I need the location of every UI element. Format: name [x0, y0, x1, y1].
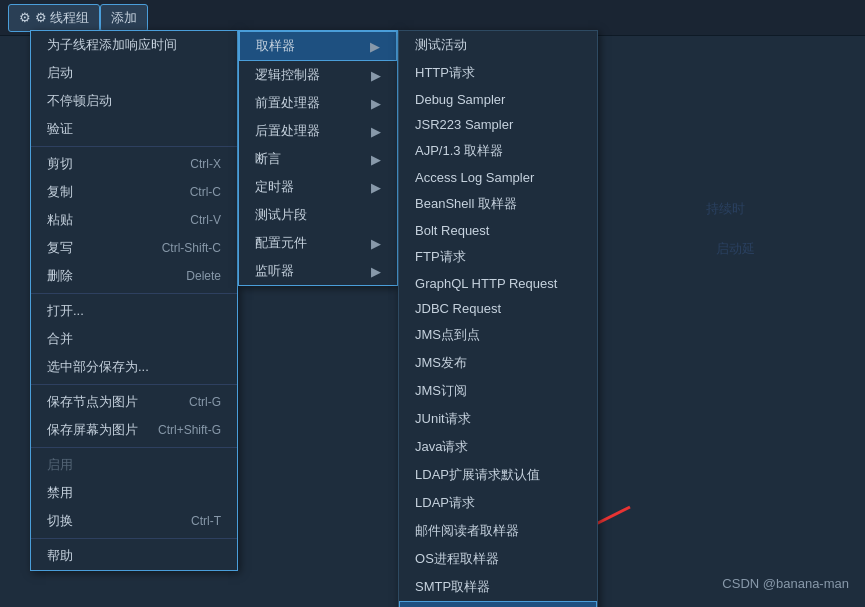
menus-row: 为子线程添加响应时间 启动 不停顿启动 验证 剪切 Ctrl-X 复制 Ctrl… — [30, 30, 598, 607]
toolbar-add[interactable]: 添加 — [100, 4, 148, 32]
menu-item-timer[interactable]: 定时器 ▶ — [239, 173, 397, 201]
separator-3 — [31, 384, 237, 385]
menu-item-test-fragment[interactable]: 测试片段 — [239, 201, 397, 229]
menu-item-disable[interactable]: 禁用 — [31, 479, 237, 507]
menu-item-graphql-request[interactable]: GraphQL HTTP Request — [399, 271, 597, 296]
menu-item-ftp-request[interactable]: FTP请求 — [399, 243, 597, 271]
separator-1 — [31, 146, 237, 147]
menu-item-copy[interactable]: 复制 Ctrl-C — [31, 178, 237, 206]
menu-item-duplicate[interactable]: 复写 Ctrl-Shift-C — [31, 234, 237, 262]
menu-item-ldap-request[interactable]: LDAP请求 — [399, 489, 597, 517]
menu-item-smtp-sampler[interactable]: SMTP取样器 — [399, 573, 597, 601]
menu-item-cut[interactable]: 剪切 Ctrl-X — [31, 150, 237, 178]
menu-item-debug-sampler[interactable]: Debug Sampler — [399, 87, 597, 112]
menu-item-junit-request[interactable]: JUnit请求 — [399, 405, 597, 433]
menu-item-pre-processor[interactable]: 前置处理器 ▶ — [239, 89, 397, 117]
menu-level3-sampler: 测试活动 HTTP请求 Debug Sampler JSR223 Sampler… — [398, 30, 598, 607]
menu-item-assertion[interactable]: 断言 ▶ — [239, 145, 397, 173]
arrow-listener: ▶ — [371, 264, 381, 279]
menu-level2: 取样器 ▶ 逻辑控制器 ▶ 前置处理器 ▶ 后置处理器 ▶ 断言 ▶ 定时器 ▶… — [238, 30, 398, 286]
menu-item-beanshell-sampler[interactable]: BeanShell 取样器 — [399, 190, 597, 218]
menu-item-validate[interactable]: 验证 — [31, 115, 237, 143]
watermark: CSDN @banana-man — [722, 576, 849, 591]
menu-item-save-selected[interactable]: 选中部分保存为... — [31, 353, 237, 381]
menu-item-test-activity[interactable]: 测试活动 — [399, 31, 597, 59]
menu-item-listener[interactable]: 监听器 ▶ — [239, 257, 397, 285]
menu-item-tcp-sampler[interactable]: TCP取样器 — [399, 601, 597, 607]
menu-item-java-request[interactable]: Java请求 — [399, 433, 597, 461]
menu-item-toggle[interactable]: 切换 Ctrl-T — [31, 507, 237, 535]
arrow-timer: ▶ — [371, 180, 381, 195]
separator-5 — [31, 538, 237, 539]
menu-item-start[interactable]: 启动 — [31, 59, 237, 87]
menu-item-sampler[interactable]: 取样器 ▶ — [239, 31, 397, 61]
menu-item-save-screen-img[interactable]: 保存屏幕为图片 Ctrl+Shift-G — [31, 416, 237, 444]
menu-item-post-processor[interactable]: 后置处理器 ▶ — [239, 117, 397, 145]
menu-item-delete[interactable]: 删除 Delete — [31, 262, 237, 290]
menu-level1: 为子线程添加响应时间 启动 不停顿启动 验证 剪切 Ctrl-X 复制 Ctrl… — [30, 30, 238, 571]
menu-item-start-no-pause[interactable]: 不停顿启动 — [31, 87, 237, 115]
menu-item-ajp-sampler[interactable]: AJP/1.3 取样器 — [399, 137, 597, 165]
menu-item-logic-controller[interactable]: 逻辑控制器 ▶ — [239, 61, 397, 89]
menu-item-add-response-time[interactable]: 为子线程添加响应时间 — [31, 31, 237, 59]
menu-item-ldap-ext[interactable]: LDAP扩展请求默认值 — [399, 461, 597, 489]
menu-item-merge[interactable]: 合并 — [31, 325, 237, 353]
arrow-assertion: ▶ — [371, 152, 381, 167]
arrow-logic: ▶ — [371, 68, 381, 83]
menu-item-bolt-request[interactable]: Bolt Request — [399, 218, 597, 243]
menu-item-open[interactable]: 打开... — [31, 297, 237, 325]
arrow-sampler: ▶ — [370, 39, 380, 54]
bg-text-duration: 持续时 — [706, 200, 745, 218]
arrow-pre: ▶ — [371, 96, 381, 111]
menu-item-http-request[interactable]: HTTP请求 — [399, 59, 597, 87]
menu-item-save-node-img[interactable]: 保存节点为图片 Ctrl-G — [31, 388, 237, 416]
toolbar-thread-group[interactable]: ⚙ ⚙ 线程组 — [8, 4, 100, 32]
menu-item-paste[interactable]: 粘贴 Ctrl-V — [31, 206, 237, 234]
menu-item-jdbc-request[interactable]: JDBC Request — [399, 296, 597, 321]
arrow-post: ▶ — [371, 124, 381, 139]
toolbar-label-add: 添加 — [111, 10, 137, 25]
menu-item-jms-subscribe[interactable]: JMS订阅 — [399, 377, 597, 405]
menu-item-jms-point[interactable]: JMS点到点 — [399, 321, 597, 349]
menu-item-os-process[interactable]: OS进程取样器 — [399, 545, 597, 573]
gear-icon: ⚙ — [19, 10, 31, 25]
menu-item-mail-reader[interactable]: 邮件阅读者取样器 — [399, 517, 597, 545]
bg-text-delay: 启动延 — [716, 240, 755, 258]
menu-item-jms-publish[interactable]: JMS发布 — [399, 349, 597, 377]
separator-2 — [31, 293, 237, 294]
separator-4 — [31, 447, 237, 448]
arrow-config: ▶ — [371, 236, 381, 251]
menu-item-enable[interactable]: 启用 — [31, 451, 237, 479]
menu-item-access-log-sampler[interactable]: Access Log Sampler — [399, 165, 597, 190]
toolbar-label-threadgroup: ⚙ 线程组 — [35, 10, 90, 25]
menu-item-help[interactable]: 帮助 — [31, 542, 237, 570]
menu-item-jsr223-sampler[interactable]: JSR223 Sampler — [399, 112, 597, 137]
menu-item-config-element[interactable]: 配置元件 ▶ — [239, 229, 397, 257]
